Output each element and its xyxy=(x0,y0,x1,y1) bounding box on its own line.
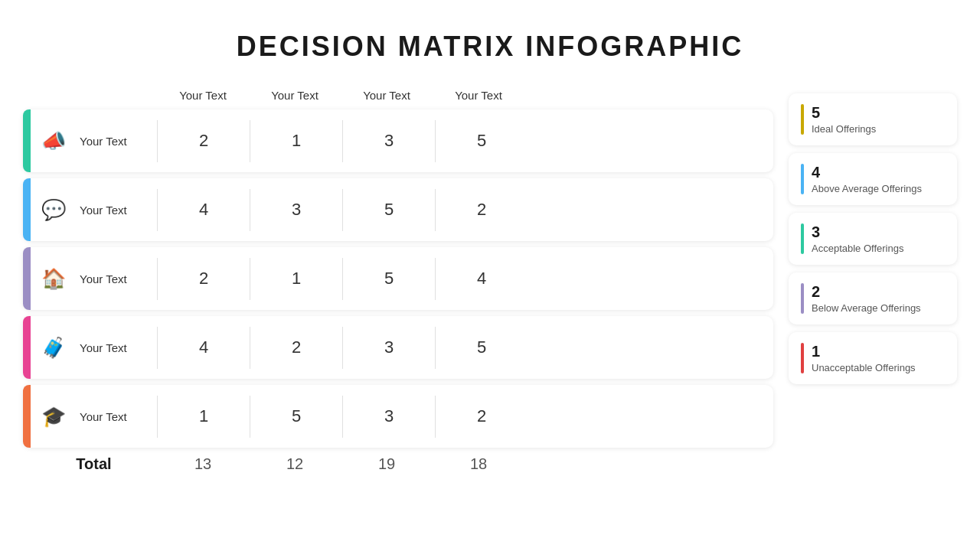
legend-card-0: 5 Ideal Offerings xyxy=(789,93,957,145)
data-row-0: 📣 Your Text 2 1 3 5 xyxy=(23,109,773,172)
total-cell-4: 18 xyxy=(433,455,524,473)
cell-2-0: 2 xyxy=(158,269,250,289)
legend-content-2: 3 Acceptable Offerings xyxy=(812,223,903,254)
legend-number-1: 4 xyxy=(812,164,922,181)
row-label-2: Your Text xyxy=(77,272,157,285)
row-label-4: Your Text xyxy=(77,410,157,423)
legend-label-0: Ideal Offerings xyxy=(812,123,876,135)
page-title: DECISION MATRIX INFOGRAPHIC xyxy=(0,0,980,63)
legend-content-3: 2 Below Average Offerings xyxy=(812,283,921,314)
legend-number-3: 2 xyxy=(812,283,921,301)
row-icon-2: 🏠 xyxy=(31,267,77,291)
cell-3-3: 5 xyxy=(436,337,528,357)
row-label-3: Your Text xyxy=(77,341,157,354)
legend-label-2: Acceptable Offerings xyxy=(812,243,903,254)
cell-2-3: 4 xyxy=(436,269,528,289)
col-header-3: Your Text xyxy=(341,86,433,105)
legend-label-1: Above Average Offerings xyxy=(812,183,922,194)
legend-number-0: 5 xyxy=(812,104,876,122)
col-header-4: Your Text xyxy=(433,86,524,105)
legend-bar-4 xyxy=(801,343,804,373)
cell-4-0: 1 xyxy=(158,406,250,426)
legend-card-4: 1 Unacceptable Offerings xyxy=(789,332,957,384)
legend-content-1: 4 Above Average Offerings xyxy=(812,164,922,194)
legend-content-4: 1 Unacceptable Offerings xyxy=(812,343,916,373)
cell-3-0: 4 xyxy=(158,337,250,357)
legend-bar-0 xyxy=(801,104,804,135)
cell-0-2: 3 xyxy=(343,131,435,151)
legend-number-2: 3 xyxy=(812,223,903,241)
cell-3-2: 3 xyxy=(343,337,435,357)
cell-1-1: 3 xyxy=(250,200,342,220)
legend-bar-2 xyxy=(801,223,804,254)
cell-1-0: 4 xyxy=(158,200,250,220)
total-row: Total 13 12 19 18 xyxy=(23,455,773,473)
legend-card-3: 2 Below Average Offerings xyxy=(789,272,957,324)
legend-label-3: Below Average Offerings xyxy=(812,302,921,314)
data-rows: 📣 Your Text 2 1 3 5 💬 Your Text 4 3 5 2 … xyxy=(23,109,773,448)
row-accent-2 xyxy=(23,247,31,310)
cell-4-1: 5 xyxy=(250,406,342,426)
main-layout: Your Text Your Text Your Text Your Text … xyxy=(0,70,980,537)
legend-card-1: 4 Above Average Offerings xyxy=(789,153,957,205)
col-header-2: Your Text xyxy=(249,86,341,105)
cell-4-3: 2 xyxy=(436,406,528,426)
total-cell-2: 12 xyxy=(249,455,341,473)
cell-1-3: 2 xyxy=(436,200,528,220)
total-cell-3: 19 xyxy=(341,455,433,473)
row-accent-3 xyxy=(23,316,31,379)
total-label: Total xyxy=(23,455,157,473)
legend-label-4: Unacceptable Offerings xyxy=(812,362,916,373)
total-cell-1: 13 xyxy=(157,455,249,473)
cell-0-3: 5 xyxy=(436,131,528,151)
data-row-4: 🎓 Your Text 1 5 3 2 xyxy=(23,385,773,448)
cell-3-1: 2 xyxy=(250,337,342,357)
header-row: Your Text Your Text Your Text Your Text xyxy=(157,86,773,105)
cell-2-1: 1 xyxy=(250,269,342,289)
row-icon-0: 📣 xyxy=(31,129,77,153)
col-header-1: Your Text xyxy=(157,86,249,105)
row-accent-0 xyxy=(23,109,31,172)
row-label-1: Your Text xyxy=(77,204,157,217)
row-label-0: Your Text xyxy=(77,135,157,148)
cell-0-0: 2 xyxy=(158,131,250,151)
legend-bar-1 xyxy=(801,164,804,194)
cell-4-2: 3 xyxy=(343,406,435,426)
legend-bar-3 xyxy=(801,283,804,314)
row-icon-3: 🧳 xyxy=(31,336,77,360)
data-row-2: 🏠 Your Text 2 1 5 4 xyxy=(23,247,773,310)
row-icon-4: 🎓 xyxy=(31,405,77,429)
row-accent-1 xyxy=(23,178,31,241)
legend-number-4: 1 xyxy=(812,343,916,360)
cell-0-1: 1 xyxy=(250,131,342,151)
matrix-section: Your Text Your Text Your Text Your Text … xyxy=(23,86,773,522)
legend-card-2: 3 Acceptable Offerings xyxy=(789,213,957,265)
legend-section: 5 Ideal Offerings 4 Above Average Offeri… xyxy=(789,86,957,522)
data-row-3: 🧳 Your Text 4 2 3 5 xyxy=(23,316,773,379)
cell-2-2: 5 xyxy=(343,269,435,289)
row-icon-1: 💬 xyxy=(31,198,77,222)
cell-1-2: 5 xyxy=(343,200,435,220)
row-accent-4 xyxy=(23,385,31,448)
legend-content-0: 5 Ideal Offerings xyxy=(812,104,876,135)
data-row-1: 💬 Your Text 4 3 5 2 xyxy=(23,178,773,241)
